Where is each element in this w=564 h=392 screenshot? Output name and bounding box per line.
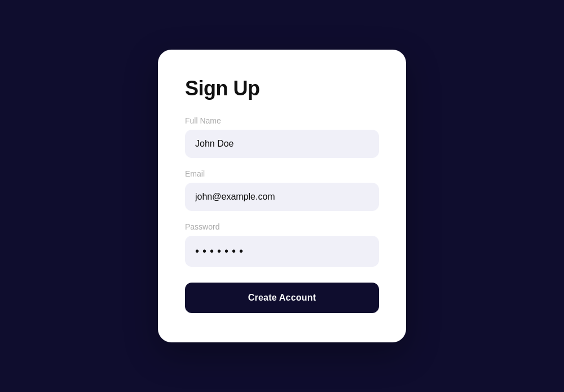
email-field-group: Email (185, 169, 379, 211)
full-name-label: Full Name (185, 116, 379, 125)
password-field-group: Password (185, 222, 379, 267)
page-title: Sign Up (185, 77, 379, 100)
password-input[interactable] (185, 236, 379, 267)
email-label: Email (185, 169, 379, 178)
full-name-input[interactable] (185, 130, 379, 158)
password-label: Password (185, 222, 379, 231)
full-name-field-group: Full Name (185, 116, 379, 158)
signup-card: Sign Up Full Name Email Password Create … (158, 50, 406, 342)
email-input[interactable] (185, 183, 379, 211)
create-account-button[interactable]: Create Account (185, 283, 379, 313)
